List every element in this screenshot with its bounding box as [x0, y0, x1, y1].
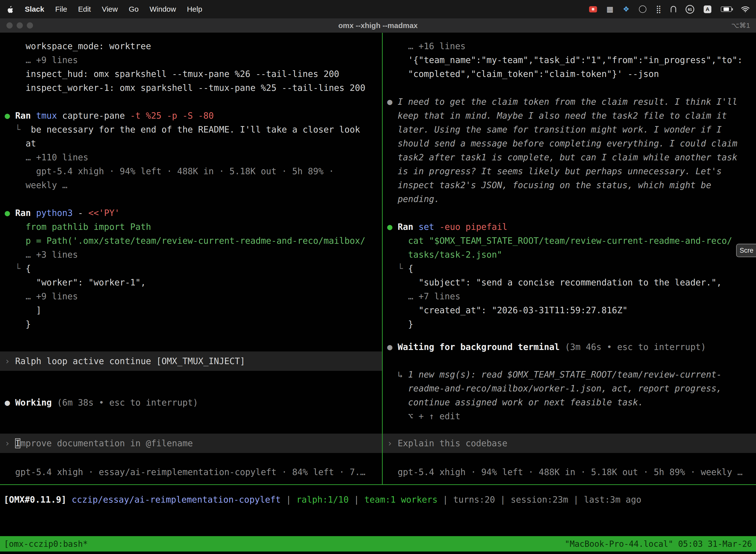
terminal-line	[5, 192, 382, 206]
terminal-line: pending.	[387, 192, 756, 206]
mailbox-message: ↳ 1 new msg(s): read $OMX_TEAM_STATE_ROO…	[383, 368, 756, 423]
terminal-line: … +110 lines	[5, 151, 382, 164]
tmux-host-clock: "MacBook-Pro-44.local" 05:03 31-Mar-26	[565, 539, 752, 549]
terminal-line: }	[5, 317, 382, 331]
ralph-loop-prompt[interactable]: › Ralph loop active continue [OMX_TMUX_I…	[0, 351, 382, 371]
terminal-line: later. Using the same for transition mig…	[387, 123, 756, 136]
ghost-icon[interactable]	[671, 6, 676, 12]
right-pane-statusline: gpt-5.4 xhigh · 94% left · 488K in · 5.1…	[383, 465, 756, 479]
tmux-status-bar: [omx-cczip0:bash* "MacBook-Pro-44.local"…	[0, 536, 756, 552]
terminal-line: inspect task2's JSON, focusing on the st…	[387, 178, 756, 192]
menu-file[interactable]: File	[55, 5, 67, 13]
terminal-line: ↳ 1 new msg(s): read $OMX_TEAM_STATE_ROO…	[387, 368, 756, 382]
terminal-line: › Ralph loop active continue [OMX_TMUX_I…	[5, 354, 245, 368]
terminal-line: weekly …	[5, 178, 382, 192]
terminal-line: from pathlib import Path	[5, 220, 382, 234]
grid-icon[interactable]: ▦	[607, 5, 613, 13]
terminal-line: "worker": "worker-1",	[5, 276, 382, 289]
terminal-line: … +9 lines	[5, 53, 382, 67]
composer-input-right[interactable]: › Explain this codebase	[383, 434, 756, 453]
terminal-line: ● I need to get the claim token from the…	[387, 95, 756, 109]
waiting-status: ● Waiting for background terminal (3m 46…	[383, 340, 756, 354]
terminal-line: › Explain this codebase	[387, 436, 507, 450]
menu-edit[interactable]: Edit	[78, 5, 91, 13]
terminal-line: "created_at": "2026-03-31T11:59:27.816Z"	[387, 303, 756, 317]
hud-border	[0, 484, 756, 485]
terminal-line: inspect_hud: omx sparkshell --tmux-pane …	[5, 67, 382, 81]
terminal-line: task2 after task1 is complete, but can I…	[387, 151, 756, 164]
menu-app-name[interactable]: Slack	[25, 5, 44, 13]
screenshot-preview[interactable]: Scre	[736, 244, 756, 257]
terminal-line: tasks/task-2.json"	[387, 248, 756, 262]
omx-hud-statusline: [OMX#0.11.9] cczip/essay/ai-reimplementa…	[4, 493, 641, 507]
left-pane-statusline: gpt-5.4 xhigh · essay/ai-reimplementatio…	[0, 465, 382, 479]
apple-menu-icon[interactable]	[7, 5, 14, 13]
window-shortcut: ⌥⌘1	[731, 21, 750, 30]
terminal-line: └ be necessary for the end of the README…	[5, 123, 382, 136]
terminal-line: }	[387, 317, 756, 331]
macos-menu-bar: Slack File Edit View Go Window Help ▦ ❖ …	[0, 0, 756, 18]
terminal-pane-right: … +16 lines '{"team_name":"my-team","tas…	[383, 33, 756, 484]
terminal-line: ● Waiting for background terminal (3m 46…	[387, 340, 756, 354]
terminal-line: readme-and-reco/mailbox/worker-1.json, a…	[387, 382, 756, 395]
right-scrollback: … +16 lines '{"team_name":"my-team","tas…	[383, 33, 756, 331]
dots-grid-icon[interactable]: ⣿	[656, 5, 661, 13]
battery-icon[interactable]	[721, 6, 732, 12]
tmux-session-label: [omx-cczip0:bash*	[4, 539, 88, 549]
terminal-line: ● Ran set -euo pipefail	[387, 220, 756, 234]
terminal-line: └ {	[5, 262, 382, 276]
terminal-line: … +7 lines	[387, 289, 756, 303]
terminal-line: ⌥ + ↑ edit	[387, 409, 756, 423]
terminal-line: ● Ran python3 - <<'PY'	[5, 206, 382, 220]
terminal-line: └ {	[387, 262, 756, 276]
window-title: omx --xhigh --madmax	[0, 21, 756, 30]
terminal-line: inspect_worker-1: omx sparkshell --tmux-…	[5, 81, 382, 95]
app-icon-circle[interactable]	[639, 5, 646, 13]
screen-recording-icon[interactable]	[589, 6, 597, 12]
input-source-icon[interactable]: A	[704, 5, 711, 13]
terminal-line: ● Ran tmux capture-pane -t %25 -p -S -80	[5, 109, 382, 123]
app-icon-blue[interactable]: ❖	[623, 5, 630, 13]
left-scrollback: workspace_mode: worktree … +9 lines insp…	[0, 33, 382, 331]
terminal-line: … +3 lines	[5, 248, 382, 262]
battery-percent-icon[interactable]: 61	[686, 5, 694, 14]
terminal-pane-left: workspace_mode: worktree … +9 lines insp…	[0, 33, 382, 484]
terminal-line: gpt-5.4 xhigh · 94% left · 488K in · 5.1…	[5, 164, 382, 178]
terminal-line: "subject": "send a concise recommendatio…	[387, 276, 756, 289]
composer-input-left[interactable]: › Improve documentation in @filename	[0, 434, 382, 453]
terminal-line: "completed","claim_token":"claim-token"}…	[387, 67, 756, 81]
terminal-line: … +9 lines	[5, 289, 382, 303]
terminal-line: keep that in mind. Maybe I also need the…	[387, 109, 756, 123]
terminal-line: cat "$OMX_TEAM_STATE_ROOT/team/review-cu…	[387, 234, 756, 248]
terminal-line: should send a message before completing …	[387, 136, 756, 151]
terminal: workspace_mode: worktree … +9 lines insp…	[0, 33, 756, 484]
menu-view[interactable]: View	[102, 5, 118, 13]
terminal-line: [OMX#0.11.9] cczip/essay/ai-reimplementa…	[4, 493, 641, 507]
terminal-line: workspace_mode: worktree	[5, 39, 382, 53]
terminal-line: is in progress? It seems likely but perh…	[387, 164, 756, 178]
window-title-bar: omx --xhigh --madmax ⌥⌘1	[0, 18, 756, 33]
working-status: ● Working (6m 38s • esc to interrupt)	[0, 396, 382, 409]
terminal-line	[5, 95, 382, 109]
menu-go[interactable]: Go	[129, 5, 139, 13]
terminal-line: p = Path('.omx/state/team/review-current…	[5, 234, 382, 248]
menu-help[interactable]: Help	[187, 5, 202, 13]
terminal-line: at	[5, 136, 382, 151]
terminal-line: › Improve documentation in @filename	[5, 436, 193, 450]
terminal-line: continue assigned work or next feasible …	[387, 395, 756, 409]
terminal-line: '{"team_name":"my-team","task_id":"1","f…	[387, 53, 756, 67]
wifi-icon[interactable]	[741, 6, 750, 12]
menu-window[interactable]: Window	[149, 5, 176, 13]
terminal-line: ● Working (6m 38s • esc to interrupt)	[5, 396, 382, 409]
terminal-line	[387, 81, 756, 95]
terminal-line: ]	[5, 303, 382, 317]
terminal-line	[387, 206, 756, 220]
terminal-line: … +16 lines	[387, 39, 756, 53]
